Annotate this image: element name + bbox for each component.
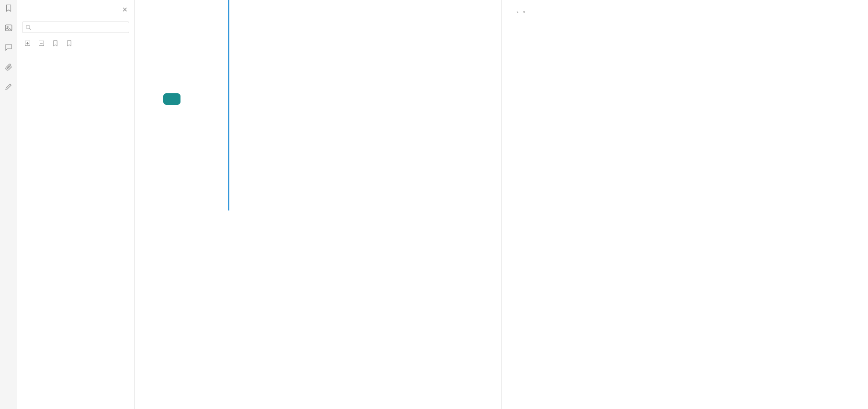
bookmark-search[interactable] (22, 22, 129, 33)
image-icon[interactable] (4, 23, 13, 33)
mindmap-figure (149, 0, 487, 210)
close-icon[interactable]: × (122, 5, 127, 15)
comment-icon[interactable] (4, 43, 13, 53)
page-left (135, 0, 502, 409)
mindmap-root (163, 93, 180, 105)
search-input[interactable] (34, 24, 126, 31)
expand-all-icon[interactable] (24, 40, 31, 47)
bookmark-tree (17, 52, 134, 409)
hotspot-paragraph: 、。 (516, 4, 854, 16)
search-icon (25, 24, 32, 31)
bookmark-add-icon[interactable] (52, 40, 59, 47)
svg-point-1 (7, 26, 8, 28)
content-area: 、。 (135, 0, 868, 409)
edit-icon[interactable] (4, 82, 13, 92)
bookmark-sidebar: × (17, 0, 135, 409)
app-toolbar (0, 0, 17, 409)
bookmark-tools (17, 36, 134, 52)
collapse-all-icon[interactable] (38, 40, 45, 47)
bookmark-icon[interactable] (4, 4, 13, 14)
svg-point-2 (26, 25, 30, 29)
bookmark-alt-icon[interactable] (66, 40, 73, 47)
page-right: 、。 (502, 0, 868, 409)
attachment-icon[interactable] (4, 63, 13, 73)
